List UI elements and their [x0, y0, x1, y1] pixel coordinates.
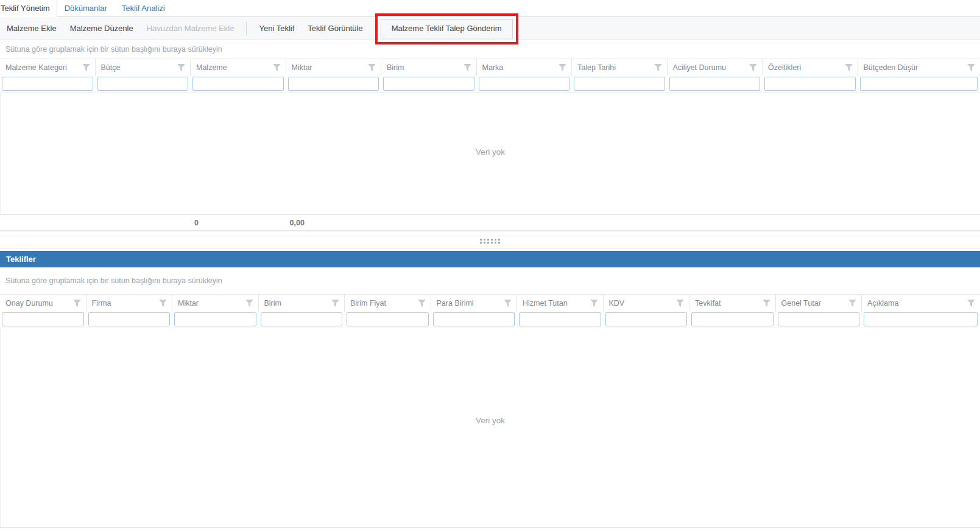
- filter-icon[interactable]: [273, 64, 281, 71]
- malzeme-grid: Sütuna göre gruplamak için bir sütun baş…: [0, 40, 980, 231]
- filter-icon[interactable]: [159, 300, 167, 307]
- filter-input-birim[interactable]: [261, 312, 343, 326]
- filter-input-para-birimi[interactable]: [433, 312, 515, 326]
- filter-icon[interactable]: [763, 300, 770, 307]
- column-header-miktar[interactable]: Miktar: [172, 295, 259, 311]
- tab-teklif-analizi[interactable]: Teklif Analizi: [115, 0, 172, 16]
- filter-input-genel-tutar[interactable]: [778, 312, 860, 326]
- column-header-aciklama[interactable]: Açıklama: [862, 295, 980, 311]
- column-header-label: Hizmet Tutarı: [523, 299, 568, 308]
- havuzdan-malzeme-ekle-button[interactable]: Havuzdan Malzeme Ekle: [140, 17, 241, 40]
- yeni-teklif-button[interactable]: Yeni Teklif: [252, 17, 301, 40]
- filter-cell: [517, 311, 604, 328]
- column-header-birim[interactable]: Birim: [259, 295, 345, 311]
- filter-input-hizmet-tutari[interactable]: [519, 312, 601, 326]
- filter-input-birim-fiyat[interactable]: [347, 312, 429, 326]
- filter-input-miktar[interactable]: [288, 77, 379, 91]
- column-header-para-birimi[interactable]: Para Birimi: [431, 295, 518, 311]
- group-by-panel[interactable]: Sütuna göre gruplamak için bir sütun baş…: [0, 40, 980, 58]
- tab-teklif-yonetim[interactable]: Teklif Yönetim: [0, 0, 57, 17]
- tab-dokumanlar[interactable]: Dökümanlar: [57, 0, 115, 16]
- column-header-genel-tutar[interactable]: Genel Tutar: [776, 295, 862, 311]
- filter-input-onay-durumu[interactable]: [2, 312, 84, 326]
- filter-icon[interactable]: [177, 64, 185, 71]
- filter-icon[interactable]: [73, 300, 81, 307]
- filter-icon[interactable]: [845, 64, 853, 71]
- group-by-panel[interactable]: Sütuna göre gruplamak için bir sütun baş…: [0, 267, 980, 294]
- filter-input-butce[interactable]: [97, 77, 189, 91]
- malzeme-ekle-button[interactable]: Malzeme Ekle: [0, 17, 63, 40]
- filter-cell: [381, 76, 477, 92]
- filter-icon[interactable]: [967, 64, 975, 71]
- column-header-onay-durumu[interactable]: Onay Durumu: [0, 295, 86, 311]
- filter-input-malzeme[interactable]: [192, 77, 284, 91]
- column-header-label: Miktar: [292, 63, 312, 72]
- column-header-hizmet-tutari[interactable]: Hizmet Tutarı: [517, 295, 604, 311]
- filter-cell: [172, 311, 259, 328]
- filter-icon[interactable]: [559, 64, 566, 71]
- filter-icon[interactable]: [368, 64, 376, 71]
- column-header-ozellikleri[interactable]: Özellikleri: [763, 59, 858, 76]
- filter-input-butceden-dusur[interactable]: [860, 77, 978, 91]
- column-header-label: Aciliyet Durumu: [673, 63, 727, 72]
- filter-icon[interactable]: [749, 64, 757, 71]
- toolbar: Malzeme Ekle Malzeme Düzenle Havuzdan Ma…: [0, 17, 980, 40]
- toolbar-separator: [246, 22, 247, 35]
- filter-icon[interactable]: [848, 300, 856, 307]
- filter-cell: [96, 76, 191, 92]
- filter-cell: [191, 76, 286, 92]
- filter-input-aciliyet-durumu[interactable]: [669, 77, 761, 91]
- column-header-malzeme[interactable]: Malzeme: [191, 59, 286, 76]
- malzeme-grid-filter-row: [0, 76, 980, 93]
- column-header-talep-tarihi[interactable]: Talep Tarihi: [572, 59, 668, 76]
- column-header-birim-fiyat[interactable]: Birim Fiyat: [345, 295, 431, 311]
- filter-cell: [431, 311, 518, 328]
- filter-cell: [862, 311, 980, 328]
- column-header-aciliyet-durumu[interactable]: Aciliyet Durumu: [668, 59, 763, 76]
- filter-cell: [572, 76, 668, 92]
- horizontal-splitter[interactable]: [0, 231, 980, 251]
- column-header-birim[interactable]: Birim: [381, 59, 477, 76]
- column-header-firma[interactable]: Firma: [86, 295, 173, 311]
- filter-input-talep-tarihi[interactable]: [574, 77, 665, 91]
- malzeme-teklif-talep-gonderim-button[interactable]: Malzeme Teklif Talep Gönderim: [381, 19, 513, 38]
- filter-input-malzeme-kategori[interactable]: [2, 77, 93, 91]
- filter-icon[interactable]: [418, 300, 426, 307]
- teklif-goruntule-button[interactable]: Teklif Görüntüle: [301, 17, 369, 40]
- filter-cell: [0, 76, 96, 92]
- column-header-marka[interactable]: Marka: [477, 59, 573, 76]
- filter-icon[interactable]: [331, 300, 339, 307]
- column-header-butceden-dusur[interactable]: Bütçeden Düşür: [858, 59, 980, 76]
- column-header-butce[interactable]: Bütçe: [96, 59, 191, 76]
- column-header-label: Onay Durumu: [5, 299, 53, 308]
- malzeme-grid-summary-row: 00,00: [0, 214, 980, 231]
- filter-input-ozellikleri[interactable]: [764, 77, 856, 91]
- filter-cell: [0, 311, 86, 328]
- filter-icon[interactable]: [504, 300, 512, 307]
- filter-icon[interactable]: [464, 64, 471, 71]
- main-tabs: Teklif Yönetim Dökümanlar Teklif Analizi: [0, 0, 980, 17]
- filter-input-miktar[interactable]: [174, 312, 256, 326]
- malzeme-duzenle-button[interactable]: Malzeme Düzenle: [63, 17, 140, 40]
- column-header-tevkifat[interactable]: Tevkifat: [689, 295, 776, 311]
- column-header-malzeme-kategori[interactable]: Malzeme Kategori: [0, 59, 96, 76]
- filter-input-marka[interactable]: [479, 77, 570, 91]
- filter-input-kdv[interactable]: [605, 312, 688, 326]
- filter-icon[interactable]: [676, 300, 684, 307]
- filter-input-aciklama[interactable]: [864, 312, 978, 326]
- filter-input-birim[interactable]: [383, 77, 474, 91]
- filter-icon[interactable]: [654, 64, 662, 71]
- column-header-kdv[interactable]: KDV: [604, 295, 690, 311]
- teklifler-grid-filter-row: [0, 311, 980, 328]
- filter-icon[interactable]: [590, 300, 598, 307]
- malzeme-grid-body: Veri yok: [0, 93, 980, 214]
- column-header-miktar[interactable]: Miktar: [286, 59, 382, 76]
- column-header-label: Birim Fiyat: [350, 299, 386, 308]
- filter-input-tevkifat[interactable]: [691, 312, 774, 326]
- app-window: Teklif Yönetim Dökümanlar Teklif Analizi…: [0, 0, 980, 531]
- filter-icon[interactable]: [82, 64, 90, 71]
- filter-input-firma[interactable]: [88, 312, 171, 326]
- column-header-label: Miktar: [178, 299, 199, 308]
- filter-icon[interactable]: [967, 300, 975, 307]
- filter-icon[interactable]: [245, 300, 253, 307]
